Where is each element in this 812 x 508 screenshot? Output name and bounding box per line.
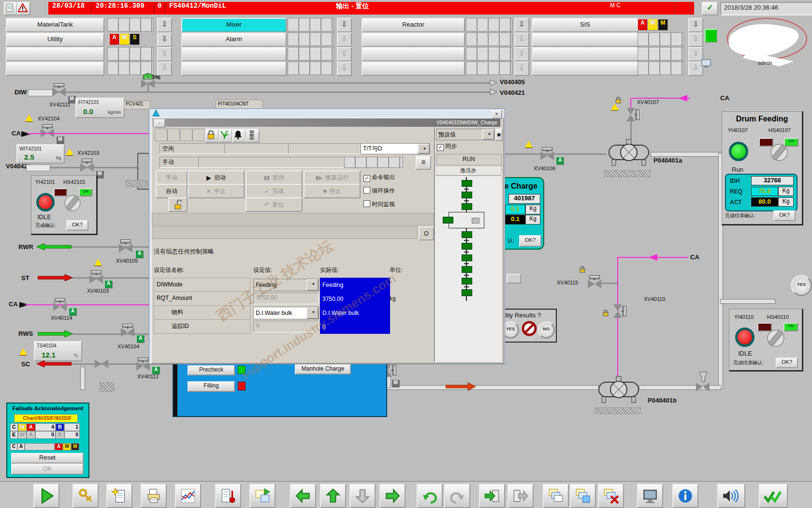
alarm-message-bar[interactable]: 28/03/18 20:28:16.309 0 FS40412/MonDiL 输…	[48, 2, 694, 15]
nav-empty-button[interactable]	[532, 61, 638, 76]
nav-empty-button[interactable]	[181, 47, 287, 61]
nav-empty-button[interactable]	[6, 47, 104, 61]
hand-switch[interactable]	[63, 194, 82, 214]
counter-button[interactable]: O	[419, 226, 434, 240]
nav-empty-button[interactable]	[362, 61, 465, 76]
sync-checkbox[interactable]: ✓ 同步	[437, 142, 457, 151]
quality-no-button[interactable]: NO	[537, 321, 555, 339]
heat-exchanger-p040401a[interactable]	[606, 137, 652, 169]
ack-ok-button[interactable]: OK?	[773, 210, 796, 221]
instrument-wit42101[interactable]: WIT42101 2.5 kg	[16, 144, 65, 164]
nav-arrow[interactable]: ⇩	[688, 32, 703, 47]
sfc-step[interactable]	[462, 180, 472, 187]
checkbox-unchecked[interactable]	[363, 200, 370, 207]
valve-xv40114[interactable]	[53, 302, 67, 311]
failsafe-reset-button[interactable]: Reset	[11, 453, 84, 463]
status-lamp-idle[interactable]	[36, 193, 55, 211]
detach-window-icon[interactable]: ▣	[495, 129, 503, 141]
nav-sis-button[interactable]: SIS	[532, 18, 638, 32]
checkbox-checked[interactable]: ✓	[437, 144, 444, 151]
toolbar-undo-button[interactable]	[417, 484, 443, 508]
nav-arrow[interactable]: ⇩	[514, 47, 529, 61]
instrument-ts40104[interactable]: TS40104 12.1 °C	[34, 341, 82, 361]
param-set-combo[interactable]: D.I.Water bulk▼	[253, 307, 319, 319]
manhole-charge-button[interactable]: Manhole Charge	[295, 364, 351, 374]
toolbar-redo-button[interactable]	[444, 484, 470, 508]
toolbar-acknowledge-button[interactable]	[759, 484, 788, 508]
nav-mixer-button[interactable]: Mixer	[181, 18, 287, 32]
nav-utility-button[interactable]: Utility	[6, 32, 104, 47]
param-set-combo[interactable]: Feeding▼	[253, 279, 319, 291]
toolbar-nav-down-button[interactable]	[349, 484, 376, 508]
toolbar-windows-cascade-button[interactable]	[543, 484, 569, 508]
reset-button[interactable]: ↶复位	[246, 197, 303, 212]
manual-valve[interactable]	[95, 359, 108, 368]
valve-xv42111[interactable]	[52, 88, 66, 96]
nav-empty-button[interactable]	[362, 47, 465, 61]
resume-button[interactable]: ▮▶恢复运行	[304, 170, 361, 185]
toolbar-windows-save-button[interactable]	[570, 484, 596, 508]
small-toggle[interactable]	[507, 274, 521, 284]
cmd-output-checkbox[interactable]: ✓ 命令输出	[363, 173, 395, 182]
nav-empty-button[interactable]	[532, 32, 638, 47]
lock-button[interactable]	[205, 129, 219, 143]
valve-xv40115[interactable]	[588, 280, 601, 288]
toolbar-print-report-button[interactable]	[141, 484, 167, 508]
toolbar-blank-button[interactable]	[167, 129, 180, 141]
toolbar-info-button[interactable]	[672, 484, 698, 508]
ack-ok-button[interactable]: OK?	[519, 235, 541, 247]
instrument-fcv421-box[interactable]: FCV421	[124, 101, 150, 109]
toolbar-new-report-button[interactable]	[106, 484, 132, 508]
chevron-down-icon[interactable]: ▼	[418, 144, 430, 154]
close-icon[interactable]: ×	[491, 110, 502, 119]
sfc-step[interactable]	[462, 231, 472, 238]
filling-button[interactable]: Filling	[188, 381, 235, 392]
sfc-step[interactable]	[462, 203, 472, 210]
param-set-field[interactable]: 0	[253, 321, 319, 332]
pause-button[interactable]: ▮▮暂停	[246, 170, 303, 185]
toolbar-temperature-log-button[interactable]	[215, 484, 241, 508]
plant-view-button[interactable]	[218, 129, 232, 143]
valve-xv40104[interactable]	[121, 328, 134, 337]
toolbar-nav-up-button[interactable]	[320, 484, 346, 508]
nav-alarmpage-button[interactable]: Alarm	[181, 32, 287, 47]
unlock-button[interactable]	[168, 197, 188, 212]
valve-xv40107[interactable]	[626, 108, 635, 121]
manual-button[interactable]: 手动	[156, 170, 188, 185]
stop-button[interactable]: ■停止	[304, 184, 361, 198]
nav-arrow[interactable]: ⇩	[514, 32, 529, 47]
valve-xv40106[interactable]	[540, 151, 554, 160]
toolbar-trend-button[interactable]	[175, 484, 201, 508]
note-icon[interactable]	[4, 2, 17, 15]
toolbar-key-button[interactable]	[72, 484, 99, 508]
valve-xv40103[interactable]	[89, 275, 103, 284]
chevron-down-icon[interactable]: ▼	[306, 279, 319, 291]
toolbar-picture-exchange-button[interactable]	[249, 484, 276, 508]
nav-arrow[interactable]: ⇩	[337, 61, 352, 76]
bell-button[interactable]	[232, 129, 246, 143]
nav-reactor-arrow[interactable]: ⇩	[514, 18, 529, 32]
nav-empty-button[interactable]	[532, 47, 638, 61]
toolbar-windows-delete-button[interactable]	[598, 484, 624, 508]
precheck-button[interactable]: Precheck	[188, 365, 235, 375]
status-lamp-run[interactable]	[729, 142, 748, 161]
complete-button[interactable]: ✓完成	[246, 184, 303, 198]
time-monitor-checkbox[interactable]: 时间监视	[363, 200, 395, 209]
start-button[interactable]: ▶启动	[188, 170, 245, 185]
instrument-fit42101[interactable]: FIT42101 0.0 kg/min	[75, 98, 125, 118]
nav-materialtank-arrow[interactable]: ⇩	[157, 18, 172, 32]
nav-empty-button[interactable]	[181, 61, 287, 76]
nav-empty-button[interactable]	[6, 61, 104, 76]
nav-arrow[interactable]: ⇩	[157, 47, 172, 61]
hand-switch[interactable]	[769, 143, 789, 164]
failsafe-ok-button[interactable]: OK	[11, 463, 84, 475]
yes-round-button[interactable]: YES	[791, 275, 812, 296]
valve-xv40105[interactable]	[119, 244, 132, 253]
sfc-step[interactable]	[462, 243, 472, 250]
manual-valve[interactable]	[696, 383, 710, 391]
nav-sis-arrow[interactable]: ⇩	[688, 18, 703, 32]
preset-combo[interactable]: 预设值▼	[436, 129, 495, 140]
auto-button[interactable]: 自动	[156, 184, 188, 198]
chevron-down-icon[interactable]: ▼	[482, 129, 494, 140]
workstation-icon[interactable]	[701, 59, 714, 70]
